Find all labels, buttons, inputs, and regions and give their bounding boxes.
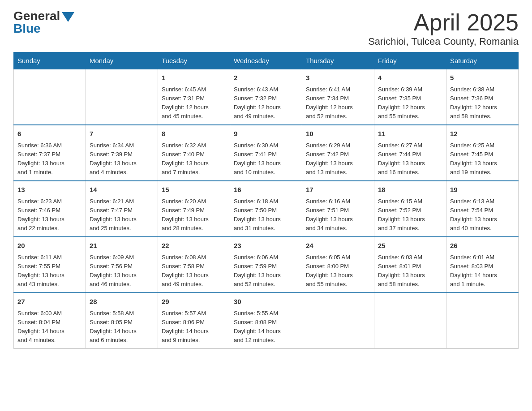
day-info: Sunrise: 6:21 AM Sunset: 7:47 PM Dayligh… — [90, 197, 154, 233]
calendar-header-thursday: Thursday — [302, 52, 374, 69]
calendar-day-cell: 28Sunrise: 5:58 AM Sunset: 8:05 PM Dayli… — [86, 293, 158, 349]
calendar-day-cell: 15Sunrise: 6:20 AM Sunset: 7:49 PM Dayli… — [158, 181, 230, 237]
day-info: Sunrise: 6:08 AM Sunset: 7:58 PM Dayligh… — [162, 253, 226, 289]
logo-triangle-icon — [62, 12, 74, 22]
day-info: Sunrise: 5:55 AM Sunset: 8:08 PM Dayligh… — [234, 309, 298, 345]
day-number: 13 — [17, 185, 82, 195]
day-info: Sunrise: 6:05 AM Sunset: 8:00 PM Dayligh… — [306, 253, 370, 289]
calendar-day-cell: 12Sunrise: 6:25 AM Sunset: 7:45 PM Dayli… — [446, 125, 519, 181]
day-number: 5 — [450, 73, 515, 83]
calendar-header-wednesday: Wednesday — [230, 52, 302, 69]
calendar-day-cell: 29Sunrise: 5:57 AM Sunset: 8:06 PM Dayli… — [158, 293, 230, 349]
calendar-header-sunday: Sunday — [14, 52, 86, 69]
day-number: 27 — [17, 297, 82, 307]
calendar-week-row: 6Sunrise: 6:36 AM Sunset: 7:37 PM Daylig… — [14, 125, 519, 181]
day-number: 2 — [234, 73, 298, 83]
day-number: 11 — [378, 129, 442, 139]
day-info: Sunrise: 6:38 AM Sunset: 7:36 PM Dayligh… — [450, 85, 515, 121]
day-number: 1 — [162, 73, 226, 83]
day-number: 12 — [450, 129, 515, 139]
day-number: 28 — [90, 297, 154, 307]
calendar-title: April 2025 — [368, 9, 519, 36]
calendar-day-cell — [374, 293, 446, 349]
day-number: 23 — [234, 241, 298, 251]
day-number: 20 — [17, 241, 82, 251]
calendar-header-tuesday: Tuesday — [158, 52, 230, 69]
day-number: 7 — [90, 129, 154, 139]
calendar-day-cell: 9Sunrise: 6:30 AM Sunset: 7:41 PM Daylig… — [230, 125, 302, 181]
calendar-day-cell: 1Sunrise: 6:45 AM Sunset: 7:31 PM Daylig… — [158, 69, 230, 125]
calendar-header-row: SundayMondayTuesdayWednesdayThursdayFrid… — [14, 52, 519, 69]
day-info: Sunrise: 6:29 AM Sunset: 7:42 PM Dayligh… — [306, 141, 370, 177]
calendar-table: SundayMondayTuesdayWednesdayThursdayFrid… — [13, 52, 519, 349]
day-info: Sunrise: 6:03 AM Sunset: 8:01 PM Dayligh… — [378, 253, 442, 289]
day-info: Sunrise: 5:57 AM Sunset: 8:06 PM Dayligh… — [162, 309, 226, 345]
calendar-day-cell: 17Sunrise: 6:16 AM Sunset: 7:51 PM Dayli… — [302, 181, 374, 237]
calendar-day-cell: 11Sunrise: 6:27 AM Sunset: 7:44 PM Dayli… — [374, 125, 446, 181]
day-info: Sunrise: 6:43 AM Sunset: 7:32 PM Dayligh… — [234, 85, 298, 121]
day-info: Sunrise: 6:36 AM Sunset: 7:37 PM Dayligh… — [17, 141, 82, 177]
day-info: Sunrise: 6:45 AM Sunset: 7:31 PM Dayligh… — [162, 85, 226, 121]
day-number: 24 — [306, 241, 370, 251]
day-number: 19 — [450, 185, 515, 195]
calendar-day-cell: 7Sunrise: 6:34 AM Sunset: 7:39 PM Daylig… — [86, 125, 158, 181]
day-info: Sunrise: 6:27 AM Sunset: 7:44 PM Dayligh… — [378, 141, 442, 177]
day-info: Sunrise: 6:41 AM Sunset: 7:34 PM Dayligh… — [306, 85, 370, 121]
day-number: 21 — [90, 241, 154, 251]
title-block: April 2025 Sarichioi, Tulcea County, Rom… — [368, 9, 519, 47]
calendar-day-cell: 5Sunrise: 6:38 AM Sunset: 7:36 PM Daylig… — [446, 69, 519, 125]
day-info: Sunrise: 6:00 AM Sunset: 8:04 PM Dayligh… — [17, 309, 82, 345]
day-number: 18 — [378, 185, 442, 195]
day-info: Sunrise: 6:18 AM Sunset: 7:50 PM Dayligh… — [234, 197, 298, 233]
day-number: 16 — [234, 185, 298, 195]
day-info: Sunrise: 6:11 AM Sunset: 7:55 PM Dayligh… — [17, 253, 82, 289]
day-info: Sunrise: 6:13 AM Sunset: 7:54 PM Dayligh… — [450, 197, 515, 233]
day-info: Sunrise: 6:09 AM Sunset: 7:56 PM Dayligh… — [90, 253, 154, 289]
day-number: 14 — [90, 185, 154, 195]
calendar-day-cell: 20Sunrise: 6:11 AM Sunset: 7:55 PM Dayli… — [14, 237, 86, 293]
calendar-day-cell: 3Sunrise: 6:41 AM Sunset: 7:34 PM Daylig… — [302, 69, 374, 125]
logo-blue-text: Blue — [13, 21, 41, 36]
calendar-day-cell: 2Sunrise: 6:43 AM Sunset: 7:32 PM Daylig… — [230, 69, 302, 125]
calendar-day-cell: 21Sunrise: 6:09 AM Sunset: 7:56 PM Dayli… — [86, 237, 158, 293]
day-number: 3 — [306, 73, 370, 83]
calendar-week-row: 20Sunrise: 6:11 AM Sunset: 7:55 PM Dayli… — [14, 237, 519, 293]
calendar-header-monday: Monday — [86, 52, 158, 69]
calendar-day-cell: 30Sunrise: 5:55 AM Sunset: 8:08 PM Dayli… — [230, 293, 302, 349]
calendar-day-cell: 16Sunrise: 6:18 AM Sunset: 7:50 PM Dayli… — [230, 181, 302, 237]
logo: General Blue — [13, 9, 74, 36]
day-number: 29 — [162, 297, 226, 307]
calendar-day-cell: 19Sunrise: 6:13 AM Sunset: 7:54 PM Dayli… — [446, 181, 519, 237]
calendar-day-cell: 4Sunrise: 6:39 AM Sunset: 7:35 PM Daylig… — [374, 69, 446, 125]
calendar-day-cell: 6Sunrise: 6:36 AM Sunset: 7:37 PM Daylig… — [14, 125, 86, 181]
day-info: Sunrise: 6:01 AM Sunset: 8:03 PM Dayligh… — [450, 253, 515, 289]
day-info: Sunrise: 6:16 AM Sunset: 7:51 PM Dayligh… — [306, 197, 370, 233]
day-number: 9 — [234, 129, 298, 139]
calendar-day-cell — [446, 293, 519, 349]
day-info: Sunrise: 6:23 AM Sunset: 7:46 PM Dayligh… — [17, 197, 82, 233]
day-number: 17 — [306, 185, 370, 195]
day-info: Sunrise: 5:58 AM Sunset: 8:05 PM Dayligh… — [90, 309, 154, 345]
day-number: 4 — [378, 73, 442, 83]
calendar-day-cell: 10Sunrise: 6:29 AM Sunset: 7:42 PM Dayli… — [302, 125, 374, 181]
calendar-location: Sarichioi, Tulcea County, Romania — [368, 36, 519, 47]
day-info: Sunrise: 6:25 AM Sunset: 7:45 PM Dayligh… — [450, 141, 515, 177]
calendar-day-cell: 14Sunrise: 6:21 AM Sunset: 7:47 PM Dayli… — [86, 181, 158, 237]
calendar-day-cell: 8Sunrise: 6:32 AM Sunset: 7:40 PM Daylig… — [158, 125, 230, 181]
day-number: 26 — [450, 241, 515, 251]
day-number: 6 — [17, 129, 82, 139]
calendar-day-cell: 27Sunrise: 6:00 AM Sunset: 8:04 PM Dayli… — [14, 293, 86, 349]
calendar-day-cell: 26Sunrise: 6:01 AM Sunset: 8:03 PM Dayli… — [446, 237, 519, 293]
day-number: 8 — [162, 129, 226, 139]
calendar-day-cell: 22Sunrise: 6:08 AM Sunset: 7:58 PM Dayli… — [158, 237, 230, 293]
day-number: 22 — [162, 241, 226, 251]
calendar-day-cell: 18Sunrise: 6:15 AM Sunset: 7:52 PM Dayli… — [374, 181, 446, 237]
calendar-day-cell — [14, 69, 86, 125]
calendar-day-cell — [86, 69, 158, 125]
calendar-week-row: 1Sunrise: 6:45 AM Sunset: 7:31 PM Daylig… — [14, 69, 519, 125]
calendar-week-row: 27Sunrise: 6:00 AM Sunset: 8:04 PM Dayli… — [14, 293, 519, 349]
calendar-header-friday: Friday — [374, 52, 446, 69]
calendar-day-cell: 25Sunrise: 6:03 AM Sunset: 8:01 PM Dayli… — [374, 237, 446, 293]
day-info: Sunrise: 6:32 AM Sunset: 7:40 PM Dayligh… — [162, 141, 226, 177]
day-info: Sunrise: 6:30 AM Sunset: 7:41 PM Dayligh… — [234, 141, 298, 177]
